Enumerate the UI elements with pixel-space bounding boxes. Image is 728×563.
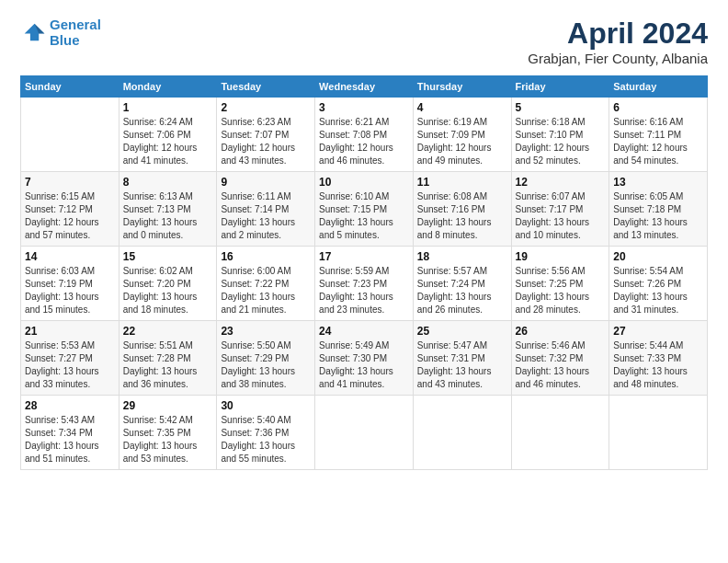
calendar-cell: 8Sunrise: 6:13 AMSunset: 7:13 PMDaylight… [119,172,217,247]
calendar-week-row: 28Sunrise: 5:43 AMSunset: 7:34 PMDayligh… [21,396,708,470]
calendar-cell: 17Sunrise: 5:59 AMSunset: 7:23 PMDayligh… [315,247,414,321]
calendar-cell: 5Sunrise: 6:18 AMSunset: 7:10 PMDaylight… [511,98,609,172]
day-info: Sunrise: 6:23 AMSunset: 7:07 PMDaylight:… [221,116,311,167]
day-info: Sunrise: 6:08 AMSunset: 7:16 PMDaylight:… [417,190,507,242]
calendar-cell: 25Sunrise: 5:47 AMSunset: 7:31 PMDayligh… [413,321,511,396]
day-number: 16 [221,250,311,263]
logo-general: General [50,17,101,32]
day-number: 21 [25,325,115,338]
day-number: 10 [319,176,409,189]
weekday-header: Thursday [413,76,511,98]
day-info: Sunrise: 6:00 AMSunset: 7:22 PMDaylight:… [221,265,311,316]
calendar-cell: 12Sunrise: 6:07 AMSunset: 7:17 PMDayligh… [511,172,609,247]
day-info: Sunrise: 5:54 AMSunset: 7:26 PMDaylight:… [613,265,703,316]
calendar-cell: 7Sunrise: 6:15 AMSunset: 7:12 PMDaylight… [21,172,119,247]
calendar-cell: 15Sunrise: 6:02 AMSunset: 7:20 PMDayligh… [119,247,217,321]
weekday-header: Wednesday [315,76,414,98]
day-info: Sunrise: 6:15 AMSunset: 7:12 PMDaylight:… [25,190,115,242]
calendar-cell: 28Sunrise: 5:43 AMSunset: 7:34 PMDayligh… [21,396,119,470]
calendar-cell [315,396,414,470]
page: General Blue April 2024 Grabjan, Fier Co… [0,0,728,563]
day-number: 27 [613,325,703,338]
day-number: 15 [123,250,213,263]
calendar-week-row: 1Sunrise: 6:24 AMSunset: 7:06 PMDaylight… [21,98,708,172]
main-title: April 2024 [528,17,708,51]
calendar-cell: 10Sunrise: 6:10 AMSunset: 7:15 PMDayligh… [315,172,414,247]
day-number: 26 [516,325,606,338]
day-info: Sunrise: 6:21 AMSunset: 7:08 PMDaylight:… [319,116,409,167]
weekday-header: Monday [119,76,217,98]
day-info: Sunrise: 6:10 AMSunset: 7:15 PMDaylight:… [319,190,409,242]
calendar-week-row: 7Sunrise: 6:15 AMSunset: 7:12 PMDaylight… [21,172,708,247]
calendar-cell: 30Sunrise: 5:40 AMSunset: 7:36 PMDayligh… [217,396,315,470]
calendar-cell [511,396,609,470]
day-number: 12 [516,176,606,189]
header: General Blue April 2024 Grabjan, Fier Co… [20,17,708,66]
calendar-week-row: 14Sunrise: 6:03 AMSunset: 7:19 PMDayligh… [21,247,708,321]
day-number: 30 [221,399,311,412]
calendar-cell: 4Sunrise: 6:19 AMSunset: 7:09 PMDaylight… [413,98,511,172]
calendar-cell: 20Sunrise: 5:54 AMSunset: 7:26 PMDayligh… [609,247,708,321]
weekday-header: Tuesday [217,76,315,98]
weekday-header: Friday [511,76,609,98]
day-number: 23 [221,325,311,338]
day-info: Sunrise: 5:46 AMSunset: 7:32 PMDaylight:… [516,339,606,391]
calendar-cell: 1Sunrise: 6:24 AMSunset: 7:06 PMDaylight… [119,98,217,172]
calendar-cell [413,396,511,470]
day-info: Sunrise: 6:02 AMSunset: 7:20 PMDaylight:… [123,265,213,316]
logo-text: General Blue [50,17,101,49]
day-number: 8 [123,176,213,189]
calendar-cell: 14Sunrise: 6:03 AMSunset: 7:19 PMDayligh… [21,247,119,321]
day-info: Sunrise: 5:51 AMSunset: 7:28 PMDaylight:… [123,339,213,391]
day-number: 25 [417,325,507,338]
day-info: Sunrise: 6:24 AMSunset: 7:06 PMDaylight:… [123,116,213,167]
day-info: Sunrise: 5:43 AMSunset: 7:34 PMDaylight:… [25,414,115,465]
day-number: 9 [221,176,311,189]
calendar-cell: 29Sunrise: 5:42 AMSunset: 7:35 PMDayligh… [119,396,217,470]
day-info: Sunrise: 5:50 AMSunset: 7:29 PMDaylight:… [221,339,311,391]
calendar-cell: 19Sunrise: 5:56 AMSunset: 7:25 PMDayligh… [511,247,609,321]
day-info: Sunrise: 5:56 AMSunset: 7:25 PMDaylight:… [516,265,606,316]
day-number: 6 [613,101,703,114]
calendar-week-row: 21Sunrise: 5:53 AMSunset: 7:27 PMDayligh… [21,321,708,396]
day-info: Sunrise: 6:13 AMSunset: 7:13 PMDaylight:… [123,190,213,242]
day-info: Sunrise: 5:57 AMSunset: 7:24 PMDaylight:… [417,265,507,316]
logo-icon [20,19,46,45]
day-info: Sunrise: 5:53 AMSunset: 7:27 PMDaylight:… [25,339,115,391]
weekday-header: Sunday [21,76,119,98]
calendar-cell: 16Sunrise: 6:00 AMSunset: 7:22 PMDayligh… [217,247,315,321]
day-number: 11 [417,176,507,189]
day-number: 18 [417,250,507,263]
day-number: 4 [417,101,507,114]
day-info: Sunrise: 6:16 AMSunset: 7:11 PMDaylight:… [613,116,703,167]
day-number: 17 [319,250,409,263]
day-info: Sunrise: 5:40 AMSunset: 7:36 PMDaylight:… [221,414,311,465]
calendar-cell [21,98,119,172]
calendar-table: SundayMondayTuesdayWednesdayThursdayFrid… [20,75,708,470]
weekday-header-row: SundayMondayTuesdayWednesdayThursdayFrid… [21,76,708,98]
day-number: 14 [25,250,115,263]
calendar-cell: 26Sunrise: 5:46 AMSunset: 7:32 PMDayligh… [511,321,609,396]
day-info: Sunrise: 6:18 AMSunset: 7:10 PMDaylight:… [516,116,606,167]
calendar-cell: 3Sunrise: 6:21 AMSunset: 7:08 PMDaylight… [315,98,414,172]
calendar-cell: 13Sunrise: 6:05 AMSunset: 7:18 PMDayligh… [609,172,708,247]
calendar-cell: 24Sunrise: 5:49 AMSunset: 7:30 PMDayligh… [315,321,414,396]
day-number: 20 [613,250,703,263]
day-number: 13 [613,176,703,189]
day-number: 2 [221,101,311,114]
calendar-cell: 23Sunrise: 5:50 AMSunset: 7:29 PMDayligh… [217,321,315,396]
subtitle: Grabjan, Fier County, Albania [528,51,708,66]
calendar-cell: 6Sunrise: 6:16 AMSunset: 7:11 PMDaylight… [609,98,708,172]
day-info: Sunrise: 5:59 AMSunset: 7:23 PMDaylight:… [319,265,409,316]
day-number: 22 [123,325,213,338]
title-block: April 2024 Grabjan, Fier County, Albania [528,17,708,66]
day-number: 5 [516,101,606,114]
day-info: Sunrise: 5:44 AMSunset: 7:33 PMDaylight:… [613,339,703,391]
calendar-cell: 22Sunrise: 5:51 AMSunset: 7:28 PMDayligh… [119,321,217,396]
calendar-cell: 9Sunrise: 6:11 AMSunset: 7:14 PMDaylight… [217,172,315,247]
day-info: Sunrise: 5:47 AMSunset: 7:31 PMDaylight:… [417,339,507,391]
calendar-cell: 2Sunrise: 6:23 AMSunset: 7:07 PMDaylight… [217,98,315,172]
day-info: Sunrise: 6:11 AMSunset: 7:14 PMDaylight:… [221,190,311,242]
day-info: Sunrise: 5:49 AMSunset: 7:30 PMDaylight:… [319,339,409,391]
day-number: 7 [25,176,115,189]
